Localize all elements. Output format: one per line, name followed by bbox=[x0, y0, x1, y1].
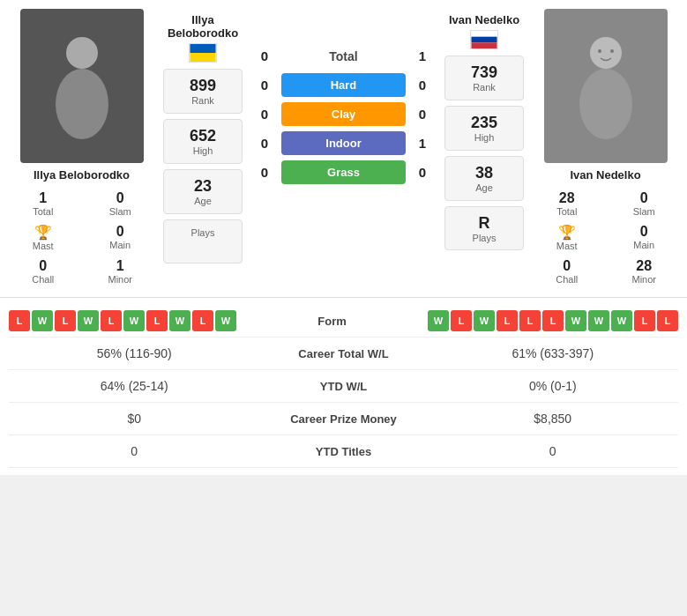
middle-left-name: Illya Beloborodko bbox=[159, 13, 247, 40]
form-left: LWLWLWLWLW bbox=[9, 310, 236, 331]
middle-left: Illya Beloborodko 899 Rank 652 High 23 A… bbox=[159, 9, 247, 266]
chall-value-left: 0 bbox=[39, 258, 47, 274]
total-value-left: 1 bbox=[39, 190, 47, 206]
form-badge-left: W bbox=[78, 310, 99, 331]
age-label-right: Age bbox=[452, 182, 516, 193]
form-badge-right: L bbox=[542, 310, 564, 331]
minor-value-right: 28 bbox=[636, 258, 652, 274]
hard-score-right: 0 bbox=[409, 78, 436, 93]
data-row: 0 YTD Titles 0 bbox=[9, 435, 678, 468]
data-left: 64% (25-14) bbox=[13, 379, 256, 393]
rank-card-right: 739 Rank bbox=[444, 56, 524, 100]
court-grass-btn: Grass bbox=[281, 160, 406, 184]
stat-total-left: 1 Total bbox=[4, 187, 82, 220]
form-badge-right: L bbox=[451, 310, 472, 331]
slam-label-right: Slam bbox=[633, 206, 655, 217]
main-value-left: 0 bbox=[116, 224, 124, 240]
player-right-name: Ivan Nedelko bbox=[570, 168, 640, 182]
player-right-photo bbox=[544, 9, 668, 163]
trophy-icon-left: 🏆 bbox=[34, 224, 52, 241]
form-badge-right: L bbox=[497, 310, 518, 331]
mast-label-right: Mast bbox=[556, 241, 578, 251]
total-left: 0 bbox=[251, 48, 278, 63]
svg-rect-2 bbox=[190, 44, 215, 53]
high-label-left: High bbox=[171, 145, 235, 156]
main-value-right: 0 bbox=[640, 224, 648, 240]
form-badge-right: W bbox=[565, 310, 586, 331]
main-container: Illya Beloborodko 1 Total 0 Slam 🏆 Mast … bbox=[0, 0, 687, 475]
svg-point-10 bbox=[610, 49, 614, 53]
age-card-left: 23 Age bbox=[163, 169, 243, 214]
plays-label-left: Plays bbox=[171, 227, 235, 238]
data-right: 0 bbox=[432, 444, 675, 458]
stat-total-right: 28 Total bbox=[528, 187, 606, 220]
indoor-score-right: 1 bbox=[409, 136, 436, 151]
age-card-right: 38 Age bbox=[444, 156, 524, 201]
player-left-name: Illya Beloborodko bbox=[34, 168, 130, 182]
high-card-left: 652 High bbox=[163, 119, 243, 164]
svg-rect-3 bbox=[190, 53, 215, 62]
svg-point-7 bbox=[590, 37, 622, 69]
data-row: $0 Career Prize Money $8,850 bbox=[9, 403, 678, 435]
data-center: Career Total W/L bbox=[256, 347, 432, 360]
stat-main-left: 0 Main bbox=[82, 220, 160, 255]
grass-score-right: 0 bbox=[409, 165, 436, 180]
form-badge-left: W bbox=[169, 310, 190, 331]
form-badge-right: L bbox=[657, 310, 678, 331]
minor-label-right: Minor bbox=[631, 274, 656, 285]
form-badge-right: L bbox=[634, 310, 655, 331]
form-badge-left: L bbox=[192, 310, 213, 331]
form-badge-left: L bbox=[146, 310, 168, 331]
plays-card-left: Plays bbox=[163, 219, 243, 263]
slam-label-left: Slam bbox=[109, 206, 131, 217]
form-badge-left: W bbox=[32, 310, 53, 331]
rank-label-right: Rank bbox=[452, 82, 516, 93]
mast-label-left: Mast bbox=[33, 241, 54, 251]
player-right-stats: 28 Total 0 Slam 🏆 Mast 0 Main 0 Chall bbox=[528, 187, 683, 288]
flag-russia bbox=[470, 30, 498, 49]
court-row-grass: 0 Grass 0 bbox=[251, 160, 436, 184]
high-value-right: 235 bbox=[452, 114, 516, 132]
player-right: Ivan Nedelko 28 Total 0 Slam 🏆 Mast 0 Ma… bbox=[528, 9, 683, 288]
player-silhouette-left bbox=[47, 33, 117, 139]
court-row-clay: 0 Clay 0 bbox=[251, 102, 436, 126]
stat-slam-right: 0 Slam bbox=[606, 187, 683, 220]
court-clay-btn: Clay bbox=[281, 102, 406, 126]
data-center: YTD Titles bbox=[256, 445, 432, 458]
total-row: 0 Total 1 bbox=[251, 48, 436, 63]
main-label-right: Main bbox=[633, 240, 654, 250]
form-badge-right: L bbox=[519, 310, 541, 331]
form-badge-left: L bbox=[55, 310, 76, 331]
high-label-right: High bbox=[452, 132, 516, 143]
data-center: Career Prize Money bbox=[256, 412, 432, 426]
stat-minor-left: 1 Minor bbox=[82, 255, 160, 288]
chall-label-left: Chall bbox=[32, 274, 54, 285]
plays-value-right: R bbox=[452, 214, 516, 233]
court-row-hard: 0 Hard 0 bbox=[251, 73, 436, 97]
data-left: 0 bbox=[13, 444, 256, 458]
svg-point-1 bbox=[56, 69, 108, 139]
form-badge-left: L bbox=[9, 310, 30, 331]
court-row-indoor: 0 Indoor 1 bbox=[251, 131, 436, 155]
total-right: 1 bbox=[409, 48, 436, 63]
stat-mast-left: 🏆 Mast bbox=[4, 220, 82, 255]
slam-value-right: 0 bbox=[640, 190, 648, 206]
slam-value-left: 0 bbox=[116, 190, 124, 206]
data-center: YTD W/L bbox=[256, 380, 432, 393]
form-right: WLWLLLWWWLL bbox=[428, 310, 678, 331]
main-label-left: Main bbox=[109, 240, 131, 250]
indoor-score-left: 0 bbox=[251, 136, 278, 151]
stat-main-right: 0 Main bbox=[606, 220, 683, 255]
rank-label-left: Rank bbox=[171, 95, 235, 106]
middle-right-name: Ivan Nedelko bbox=[449, 13, 519, 26]
chall-value-right: 0 bbox=[563, 258, 571, 274]
stat-chall-left: 0 Chall bbox=[4, 255, 82, 288]
form-badge-right: W bbox=[588, 310, 609, 331]
age-label-left: Age bbox=[171, 196, 235, 206]
form-row: LWLWLWLWLW Form WLWLLLWWWLL bbox=[9, 305, 678, 338]
stat-minor-right: 28 Minor bbox=[606, 255, 683, 288]
rank-value-left: 899 bbox=[171, 77, 235, 95]
grass-score-left: 0 bbox=[251, 165, 278, 180]
age-value-left: 23 bbox=[171, 177, 235, 196]
court-hard-btn: Hard bbox=[281, 73, 406, 97]
